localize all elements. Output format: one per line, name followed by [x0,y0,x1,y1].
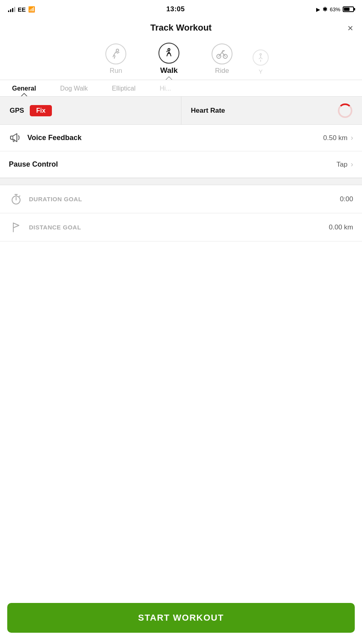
battery-fill [344,8,350,11]
bluetooth-icon: ✱ [323,6,327,12]
goals-section: DURATION GOAL 0:00 DISTANCE GOAL 0.00 km [0,185,362,242]
tab-run-label: Run [109,67,122,75]
status-bar: EE 📶 13:05 ▶ ✱ 63% [0,0,362,18]
tab-yoga[interactable]: Y [249,50,273,80]
location-icon: ▶ [316,6,320,12]
status-time: 13:05 [167,5,185,13]
header: Track Workout × [0,18,362,39]
tab-walk[interactable]: Walk [142,43,195,80]
duration-goal-label: DURATION GOAL [29,196,340,202]
activity-tabs: Run Walk [0,39,362,80]
tab-walk-label: Walk [160,66,178,75]
ride-icon [212,43,232,64]
pause-control-chevron: › [351,160,353,169]
wifi-icon: 📶 [28,6,35,12]
status-right: ▶ ✱ 63% [316,6,354,12]
heart-rate-spinner [338,103,352,118]
heart-rate-label: Heart Rate [191,107,225,115]
heart-rate-cell: Heart Rate [181,97,362,124]
run-icon [105,43,126,64]
pause-control-value: Tap [337,161,348,169]
duration-goal-value: 0:00 [340,195,353,203]
section-divider [0,178,362,185]
battery-percent: 63% [330,6,340,12]
tab-ride[interactable]: Ride [195,43,249,80]
page-title: Track Workout [150,23,212,33]
duration-goal-row[interactable]: DURATION GOAL 0:00 [0,185,362,213]
close-button[interactable]: × [348,23,353,33]
stopwatch-icon [9,193,23,205]
gps-cell: GPS Fix [0,97,181,124]
battery-container [343,6,354,12]
status-row: GPS Fix Heart Rate [0,97,362,125]
status-left: EE 📶 [8,6,35,13]
yoga-icon [253,50,269,66]
walk-icon [158,43,179,64]
battery-icon [343,6,354,12]
settings-section: Voice Feedback 0.50 km › Pause Control T… [0,125,362,178]
tab-ride-label: Ride [215,67,229,75]
subtab-general[interactable]: General [0,80,48,96]
empty-space [0,242,362,402]
gps-fix-button[interactable]: Fix [30,105,52,116]
distance-icon [9,221,23,233]
distance-goal-value: 0.00 km [329,223,353,231]
subtab-dog-walk[interactable]: Dog Walk [48,80,100,96]
distance-goal-row[interactable]: DISTANCE GOAL 0.00 km [0,213,362,242]
tab-yoga-label: Y [259,68,263,75]
signal-bars [8,6,15,12]
megaphone-icon [9,133,22,143]
voice-feedback-row[interactable]: Voice Feedback 0.50 km › [0,125,362,151]
tab-run[interactable]: Run [89,43,142,80]
carrier-label: EE [18,6,26,13]
sub-tabs: General Dog Walk Elliptical Hi... [0,80,362,97]
gps-label: GPS [10,107,24,115]
svg-point-1 [168,49,170,51]
pause-control-label: Pause Control [9,160,337,169]
voice-feedback-chevron: › [351,134,353,142]
voice-feedback-label: Voice Feedback [27,134,323,142]
distance-goal-label: DISTANCE GOAL [29,224,329,231]
svg-point-0 [116,49,119,52]
svg-point-4 [223,51,224,52]
pause-control-row[interactable]: Pause Control Tap › [0,151,362,178]
start-workout-button[interactable]: START WORKOUT [7,603,355,633]
subtab-hiking[interactable]: Hi... [148,80,183,96]
voice-feedback-value: 0.50 km [323,134,348,142]
subtab-elliptical[interactable]: Elliptical [100,80,148,96]
start-button-container: START WORKOUT [0,598,362,644]
